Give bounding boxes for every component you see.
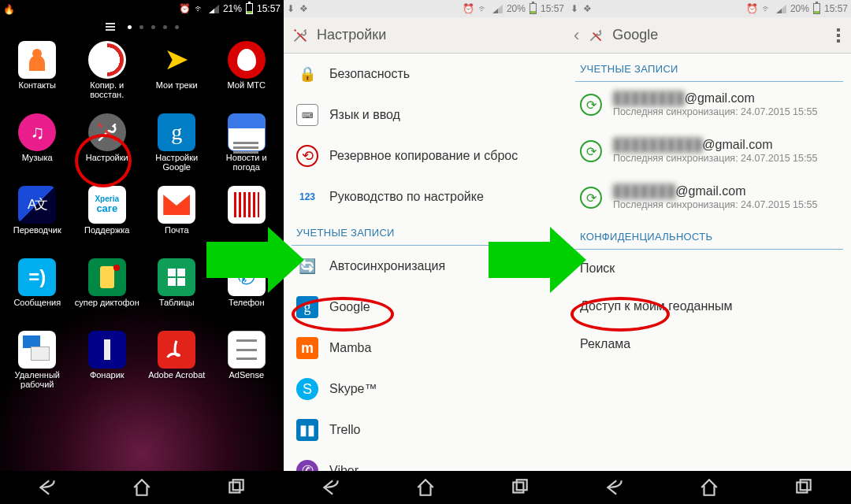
- header-google: ‹ Google: [567, 17, 851, 54]
- nav-recent[interactable]: [225, 476, 248, 499]
- adsense-icon: [228, 331, 266, 369]
- nav-home[interactable]: [130, 476, 154, 499]
- svg-rect-2: [513, 483, 523, 493]
- app-torch[interactable]: Фонарик: [73, 331, 142, 400]
- account-sync: Последняя синхронизация: 24.07.2015 15:5…: [613, 152, 817, 165]
- row-ads[interactable]: Реклама: [567, 325, 851, 363]
- sync-icon: ⟳: [580, 94, 602, 116]
- wifi-icon: ᯤ: [195, 3, 204, 14]
- screen-google-accounts: ⬇ ❖ ⏰ ᯤ 20% 15:57 ‹ Google УЧЕТНЫЕ ЗАПИС…: [567, 0, 851, 504]
- app-super-dictophone[interactable]: супер диктофон: [73, 258, 142, 328]
- svg-rect-4: [797, 483, 807, 493]
- clock: 15:57: [257, 3, 281, 14]
- app-adobe-acrobat[interactable]: Adobe Acrobat: [143, 331, 211, 400]
- lifebuoy-icon: [88, 41, 126, 79]
- nav-back[interactable]: [319, 476, 343, 499]
- app-backup-restore[interactable]: Копир. и восстан.: [73, 41, 142, 110]
- nav-recent[interactable]: [792, 476, 816, 499]
- keyboard-icon: ⌨: [296, 104, 318, 126]
- status-bar: 🔥 ⏰ ᯤ 21% 15:57: [0, 0, 284, 17]
- svg-rect-3: [517, 480, 527, 490]
- row-trello[interactable]: ▮▮Trello: [284, 410, 567, 450]
- app-contacts[interactable]: Контакты: [3, 41, 72, 110]
- account-row[interactable]: ⟳ ████████@gmail.comПоследняя синхрониза…: [567, 82, 851, 128]
- back-icon[interactable]: ‹: [574, 25, 579, 46]
- row-security[interactable]: 🔒Безопасность: [284, 54, 567, 94]
- music-note-icon: ♫: [18, 113, 56, 151]
- row-search[interactable]: Поиск: [567, 250, 851, 287]
- app-music[interactable]: ♫Музыка: [3, 113, 72, 183]
- section-privacy: КОНФИДЕНЦИАЛЬНОСТЬ: [567, 221, 851, 246]
- app-translate[interactable]: A文Переводчик: [3, 186, 72, 255]
- flame-icon: 🔥: [3, 4, 13, 13]
- header-settings: Настройки: [284, 17, 567, 54]
- nav-bar: [0, 471, 284, 504]
- torch-icon: [88, 331, 126, 369]
- row-skype[interactable]: SSkype™: [284, 369, 567, 410]
- alarm-icon: ⏰: [746, 3, 758, 14]
- contacts-icon: [18, 41, 56, 79]
- app-settings[interactable]: Настройки: [73, 113, 142, 183]
- nav-back[interactable]: [35, 476, 59, 499]
- news-icon: [228, 113, 266, 151]
- tools-icon: [585, 28, 606, 43]
- nav-back[interactable]: [603, 476, 626, 499]
- microphone-icon: [88, 258, 126, 296]
- app-my-mts[interactable]: Мой МТС: [213, 41, 281, 110]
- row-viber[interactable]: ✆Viber: [284, 450, 567, 471]
- page-indicator[interactable]: [0, 20, 284, 33]
- header-title: Настройки: [317, 27, 386, 43]
- overflow-menu-icon[interactable]: [832, 24, 845, 47]
- nav-bar: [284, 471, 567, 504]
- skype-icon: S: [296, 378, 318, 400]
- reset-icon: ⟲: [296, 145, 318, 167]
- alarm-icon: ⏰: [179, 3, 191, 14]
- sheets-icon: [158, 258, 195, 296]
- wifi-icon: ᯤ: [762, 3, 771, 14]
- arrow-icon: ➤: [158, 41, 195, 79]
- app-support[interactable]: XperiacareПоддержка: [73, 186, 142, 255]
- flame-icon: ❖: [299, 3, 308, 14]
- status-bar: ⬇ ❖ ⏰ ᯤ 20% 15:57: [567, 0, 851, 17]
- app-adsense[interactable]: AdSense: [213, 331, 281, 400]
- remote-desktop-icon: [18, 331, 56, 369]
- trello-icon: ▮▮: [296, 419, 318, 441]
- xperia-care-icon: Xperiacare: [88, 186, 126, 224]
- status-bar: ⬇ ❖ ⏰ ᯤ 20% 15:57: [284, 0, 567, 17]
- row-backup-reset[interactable]: ⟲Резервное копирование и сброс: [284, 135, 567, 176]
- nav-bar: [567, 471, 851, 504]
- account-row[interactable]: ⟳ ██████████@gmail.comПоследняя синхрони…: [567, 128, 851, 175]
- account-email: ██████████@gmail.com: [613, 138, 817, 152]
- account-sync: Последняя синхронизация: 24.07.2015 15:5…: [613, 198, 817, 212]
- acrobat-icon: [158, 331, 195, 369]
- yandex-mail-icon: [158, 186, 195, 224]
- clock: 15:57: [541, 3, 564, 14]
- mamba-icon: m: [296, 337, 318, 359]
- nav-recent[interactable]: [508, 476, 532, 499]
- row-setup-guide[interactable]: 123Руководство по настройке: [284, 176, 567, 217]
- signal-icon: [208, 4, 219, 13]
- nav-home[interactable]: [697, 476, 721, 499]
- app-grid: Контакты Копир. и восстан. ➤Мои треки Мо…: [0, 33, 284, 400]
- alarm-icon: ⏰: [463, 3, 474, 14]
- app-mail[interactable]: Почта: [143, 186, 211, 255]
- app-sheets[interactable]: Таблицы: [143, 258, 211, 328]
- google-settings-list[interactable]: УЧЕТНЫЕ ЗАПИСИ ⟳ ████████@gmail.comПосле…: [567, 54, 851, 471]
- account-row[interactable]: ⟳ ███████@gmail.comПоследняя синхронизац…: [567, 175, 851, 221]
- sync-icon: ⟳: [580, 140, 602, 162]
- app-google-settings[interactable]: gНастройки Google: [143, 113, 211, 183]
- row-location-access[interactable]: Доступ к моим геоданным: [567, 287, 851, 325]
- nav-home[interactable]: [414, 476, 437, 499]
- row-mamba[interactable]: mMamba: [284, 328, 567, 369]
- svg-rect-0: [229, 483, 240, 493]
- section-accounts: УЧЕТНЫЕ ЗАПИСИ: [567, 54, 851, 78]
- row-language-input[interactable]: ⌨Язык и ввод: [284, 94, 567, 135]
- app-remote-desktop[interactable]: Удаленный рабочий: [3, 331, 72, 400]
- battery-percent: 20%: [790, 3, 809, 14]
- app-news-weather[interactable]: Новости и погода: [213, 113, 281, 183]
- svg-rect-5: [801, 480, 811, 490]
- app-messages[interactable]: =)Сообщения: [3, 258, 72, 328]
- google-g-icon: g: [296, 296, 318, 318]
- app-my-tracks[interactable]: ➤Мои треки: [143, 41, 211, 110]
- guide-icon: 123: [296, 186, 318, 208]
